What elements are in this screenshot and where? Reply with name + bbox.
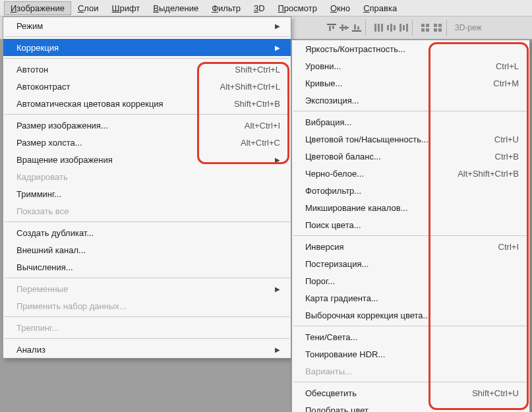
image-menu-item[interactable]: Тримминг... — [3, 185, 291, 202]
image-menu-item[interactable]: Анализ▶ — [3, 341, 291, 358]
adjustments-menu-item[interactable]: Вибрация... — [292, 113, 529, 131]
adjustments-menu-item[interactable]: Цветовой баланс...Ctrl+B — [292, 148, 529, 165]
image-menu-item[interactable]: Коррекция▶ — [3, 39, 291, 56]
svg-rect-14 — [394, 25, 396, 30]
adjustments-menu-item[interactable]: ИнверсияCtrl+I — [292, 238, 529, 255]
image-menu-item[interactable]: АвтотонShift+Ctrl+L — [3, 61, 291, 78]
adjustments-menu-item[interactable]: Тонирование HDR... — [292, 345, 529, 363]
submenu-arrow-icon: ▶ — [275, 156, 280, 163]
menubar-item-window[interactable]: Окно — [324, 1, 357, 15]
svg-rect-24 — [434, 28, 437, 32]
menu-separator — [5, 338, 289, 339]
menu-item-label: Вычисления... — [16, 262, 280, 272]
menu-item-shortcut: Ctrl+I — [498, 242, 519, 252]
menu-item-label: Кадрировать — [16, 172, 280, 182]
align-vcenter-icon[interactable] — [339, 22, 349, 33]
menu-item-shortcut: Alt+Shift+Ctrl+L — [220, 82, 280, 92]
image-menu-item[interactable]: Внешний канал... — [3, 241, 291, 258]
adjustments-menu-item[interactable]: Экспозиция... — [292, 92, 529, 109]
svg-rect-15 — [399, 24, 401, 32]
image-menu-item[interactable]: Размер изображения...Alt+Ctrl+I — [3, 117, 291, 134]
distribute-top-icon[interactable] — [373, 22, 384, 33]
adjustments-menu-item[interactable]: Цветовой тон/Насыщенность...Ctrl+U — [292, 131, 529, 148]
menu-item-shortcut: Shift+Ctrl+B — [234, 99, 280, 109]
menu-item-label: Подобрать цвет... — [305, 405, 519, 413]
menu-item-label: Вибрация... — [305, 117, 519, 127]
image-menu-item[interactable]: Вращение изображения▶ — [3, 151, 291, 168]
adjustments-menu-item[interactable]: Уровни...Ctrl+L — [292, 57, 529, 74]
menubar-item-select[interactable]: Выделение — [146, 1, 205, 15]
image-menu-item[interactable]: Размер холста...Alt+Ctrl+C — [3, 134, 291, 151]
menu-item-label: Автоконтраст — [16, 82, 220, 92]
svg-rect-2 — [332, 26, 334, 29]
menu-item-label: Треппинг... — [16, 323, 280, 333]
menu-item-shortcut: Ctrl+B — [495, 152, 519, 162]
menu-item-label: Коррекция — [16, 43, 275, 53]
3d-mode-label: 3D-реж — [455, 23, 482, 32]
align-top-icon[interactable] — [326, 22, 337, 33]
adjustments-menu-item[interactable]: Кривые...Ctrl+M — [292, 74, 529, 92]
svg-rect-4 — [341, 24, 343, 31]
distribute-bottom-icon[interactable] — [398, 22, 409, 33]
menu-item-label: Внешний канал... — [16, 245, 280, 255]
image-menu-dropdown: Режим▶Коррекция▶АвтотонShift+Ctrl+LАвток… — [3, 16, 291, 359]
svg-rect-16 — [403, 25, 405, 30]
svg-rect-17 — [406, 24, 408, 32]
menu-item-label: Порог... — [305, 276, 519, 286]
distribute-hcenter-icon[interactable] — [432, 22, 443, 33]
svg-rect-0 — [327, 24, 336, 25]
adjustments-menu-item[interactable]: Черно-белое...Alt+Shift+Ctrl+B — [292, 165, 529, 182]
menubar-item-help[interactable]: Справка — [357, 1, 403, 15]
image-menu-item[interactable]: Автоматическая цветовая коррекцияShift+C… — [3, 95, 291, 112]
menu-separator — [293, 382, 528, 382]
adjustments-menu-item[interactable]: Яркость/Контрастность... — [292, 40, 529, 57]
menu-item-label: Анализ — [16, 345, 275, 355]
align-bottom-icon[interactable] — [351, 22, 362, 33]
menu-item-label: Применить набор данных... — [16, 301, 280, 311]
menu-item-label: Создать дубликат... — [16, 228, 280, 238]
image-menu-item: Показать все — [3, 202, 291, 220]
menu-item-shortcut: Alt+Ctrl+C — [241, 138, 280, 148]
menu-item-shortcut: Ctrl+L — [496, 61, 519, 71]
distribute-vcenter-icon[interactable] — [386, 22, 396, 33]
image-menu-item: Треппинг... — [3, 319, 291, 336]
adjustments-menu-item[interactable]: Поиск цвета... — [292, 216, 529, 233]
menubar-item-view[interactable]: Просмотр — [272, 1, 324, 15]
adjustments-menu-item[interactable]: Порог... — [292, 272, 529, 289]
svg-rect-19 — [426, 24, 429, 27]
menu-item-label: Автоматическая цветовая коррекция — [16, 99, 234, 109]
adjustments-menu-item[interactable]: ОбесцветитьShift+Ctrl+U — [292, 384, 529, 401]
menubar-item-layers[interactable]: Слои — [71, 1, 105, 15]
menubar-item-image[interactable]: Изображение — [4, 1, 71, 15]
image-menu-item[interactable]: Режим▶ — [3, 17, 291, 34]
menu-item-label: Тримминг... — [16, 189, 280, 199]
menubar-item-filter[interactable]: Фильтр — [205, 1, 247, 15]
menu-separator — [5, 114, 289, 115]
svg-rect-5 — [345, 26, 347, 30]
svg-rect-6 — [352, 30, 361, 32]
svg-rect-22 — [434, 24, 437, 27]
menu-separator — [5, 316, 289, 317]
adjustments-menu-item[interactable]: Карта градиента... — [292, 289, 529, 307]
menu-item-label: Цветовой баланс... — [305, 152, 495, 162]
adjustments-menu-item[interactable]: Выборочная коррекция цвета... — [292, 307, 529, 324]
menu-separator — [293, 326, 528, 326]
adjustments-menu-item[interactable]: Фотофильтр... — [292, 182, 529, 199]
menu-item-label: Кривые... — [305, 78, 493, 88]
image-menu-item[interactable]: АвтоконтрастAlt+Shift+Ctrl+L — [3, 78, 291, 95]
adjustments-menu-item[interactable]: Постеризация... — [292, 255, 529, 272]
menu-item-label: Поиск цвета... — [305, 220, 519, 230]
image-menu-item[interactable]: Вычисления... — [3, 258, 291, 276]
image-menu-item[interactable]: Создать дубликат... — [3, 224, 291, 241]
distribute-left-icon[interactable] — [420, 22, 430, 33]
adjustments-menu-item[interactable]: Тени/Света... — [292, 328, 529, 345]
adjustments-menu-item[interactable]: Подобрать цвет... — [292, 401, 529, 412]
menu-item-label: Яркость/Контрастность... — [305, 44, 519, 54]
svg-rect-25 — [438, 28, 442, 32]
menubar-item-3d[interactable]: 3D — [247, 1, 272, 15]
menu-separator — [293, 111, 528, 111]
menubar-item-type[interactable]: Шрифт — [105, 1, 147, 15]
adjustments-menu-item[interactable]: Микширование каналов... — [292, 199, 529, 216]
image-menu-item: Кадрировать — [3, 168, 291, 185]
svg-rect-3 — [340, 27, 349, 28]
